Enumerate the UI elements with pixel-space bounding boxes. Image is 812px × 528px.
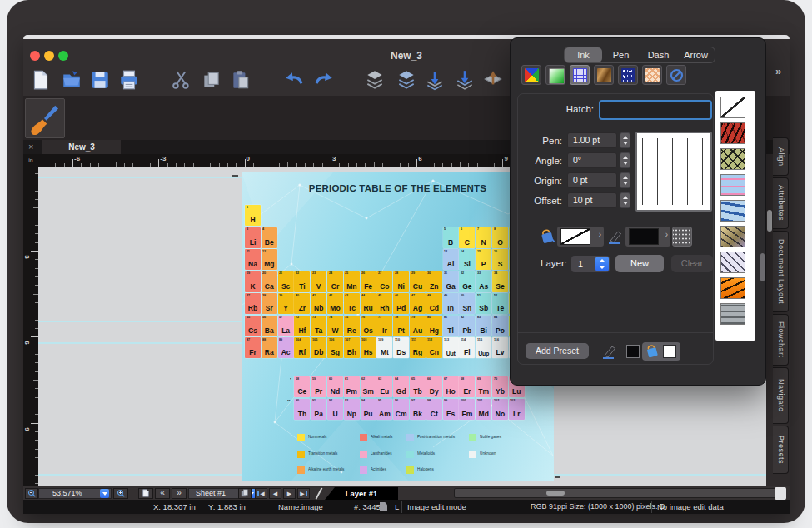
horizontal-scrollbar[interactable] xyxy=(454,488,783,498)
brush-tool-button[interactable] xyxy=(25,98,65,138)
fill-ink-swatch[interactable] xyxy=(560,228,590,245)
pattern-fill-button[interactable] xyxy=(618,65,638,85)
element-cell: 91Pa xyxy=(311,399,326,420)
preset-pen-swatch[interactable] xyxy=(626,345,640,358)
send-to-back-icon[interactable] xyxy=(453,68,476,92)
next-sheet-button[interactable]: » xyxy=(172,488,187,499)
no-ink-button[interactable] xyxy=(666,65,686,85)
cursor-x-readout: X: 18.307 in xyxy=(153,502,196,511)
angle-field[interactable]: 0° xyxy=(567,152,617,168)
print-icon[interactable] xyxy=(117,68,141,92)
divider xyxy=(401,501,402,513)
element-cell: 113Uut xyxy=(443,337,459,358)
inspector-tab-bar: Ink Pen Dash Arrow xyxy=(564,47,715,63)
side-tab-align[interactable]: Align xyxy=(773,137,789,176)
duplicate-layer-button[interactable] xyxy=(238,488,252,499)
hatch-pattern-swatch-gray-horizontal-lines[interactable] xyxy=(720,303,745,325)
side-tab-presets[interactable]: Presets xyxy=(773,426,789,474)
pen-width-field[interactable]: 1.00 pt xyxy=(567,132,617,148)
resize-corner[interactable] xyxy=(775,487,786,500)
weave-fill-button[interactable] xyxy=(642,65,662,85)
element-cell: 114Fl xyxy=(459,337,475,358)
hatch-pattern-swatch-black-diagonal-line[interactable] xyxy=(720,97,745,118)
layer-select[interactable]: 1 xyxy=(571,256,610,272)
copy-icon[interactable] xyxy=(200,68,223,92)
next-layer-button[interactable]: ▶ xyxy=(283,488,296,499)
clear-layer-button[interactable]: Clear xyxy=(671,255,713,272)
hatch-pattern-swatch-orange-black-lines[interactable] xyxy=(720,277,745,299)
cut-icon[interactable] xyxy=(170,68,193,92)
move-layer-icon[interactable] xyxy=(481,68,505,92)
layers-stack-alt-icon[interactable] xyxy=(395,68,418,92)
save-icon[interactable] xyxy=(88,68,112,92)
selection-handle[interactable] xyxy=(555,476,560,478)
close-tab-icon[interactable]: × xyxy=(28,140,33,154)
hatch-pattern-swatch-lavender-diagonal-hatch[interactable] xyxy=(720,252,745,273)
hatch-pattern-list[interactable] xyxy=(715,91,755,341)
document-tab[interactable]: New_3 xyxy=(42,140,121,154)
four-color-fill-button[interactable] xyxy=(521,65,541,85)
layer-tab[interactable]: Layer #1 xyxy=(325,487,398,500)
send-backward-icon[interactable] xyxy=(423,68,446,92)
hatch-pattern-swatch-blue-pink-stripes[interactable] xyxy=(720,174,745,196)
preset-fill-swatch[interactable] xyxy=(663,345,676,358)
element-cell: 40Zr xyxy=(294,293,310,314)
fill-ink-well[interactable]: › xyxy=(557,227,604,247)
offset-stepper[interactable] xyxy=(620,192,630,208)
element-cell: 75Re xyxy=(344,316,360,336)
zoom-in-button[interactable] xyxy=(113,488,128,499)
side-tab-attributes[interactable]: Attributes xyxy=(773,177,789,229)
previous-sheet-button[interactable]: « xyxy=(155,488,170,499)
angle-stepper[interactable] xyxy=(620,152,630,168)
first-layer-button[interactable]: ◀ xyxy=(255,488,267,499)
open-icon[interactable] xyxy=(60,68,83,92)
tab-ink[interactable]: Ink xyxy=(565,47,602,62)
hatch-pattern-swatch-olive-crosshatch[interactable] xyxy=(720,148,745,170)
add-preset-button[interactable]: Add Preset xyxy=(526,343,589,359)
hatch-pattern-swatch-red-black-strokes[interactable] xyxy=(720,122,745,144)
tab-arrow[interactable]: Arrow xyxy=(677,47,715,62)
element-cell: 13Al xyxy=(443,249,459,270)
pen-ink-swatch[interactable] xyxy=(629,228,659,245)
hatch-pattern-swatch-tan-black-diagonal[interactable] xyxy=(720,226,745,247)
gradient-fill-button[interactable] xyxy=(545,65,565,85)
offset-field[interactable]: 10 pt xyxy=(567,192,617,208)
layer-stepper[interactable] xyxy=(595,257,609,271)
previous-layer-button[interactable]: ◀ xyxy=(269,488,281,499)
periodic-table-title: PERIODIC TABLE OF THE ELEMENTS xyxy=(242,183,554,193)
pen-ink-well[interactable]: › xyxy=(625,227,670,247)
hatch-fill-button[interactable] xyxy=(570,65,590,85)
toolbar-overflow-icon[interactable]: » xyxy=(775,65,781,77)
tab-pen[interactable]: Pen xyxy=(602,47,640,62)
layers-stack-icon[interactable] xyxy=(363,68,386,92)
undo-icon[interactable] xyxy=(282,68,306,92)
hatch-name-input[interactable] xyxy=(599,100,712,120)
zoom-dropdown-button[interactable] xyxy=(100,489,109,498)
zoom-out-button[interactable] xyxy=(25,488,38,499)
new-document-icon[interactable] xyxy=(29,68,52,92)
paste-icon[interactable] xyxy=(229,68,252,92)
periodic-table[interactable]: PERIODIC TABLE OF THE ELEMENTS 1H2He3Li4… xyxy=(242,172,554,481)
element-cell: 33As xyxy=(476,271,491,292)
pen-width-stepper[interactable] xyxy=(620,132,630,148)
hatch-pattern-swatch-blue-diagonal-stripes[interactable] xyxy=(720,200,745,222)
side-tab-document-layout[interactable]: Document Layout xyxy=(773,231,789,312)
redo-icon[interactable] xyxy=(312,68,336,92)
origin-field[interactable]: 0 pt xyxy=(567,172,617,188)
zoom-level-value: 53.571% xyxy=(52,489,82,497)
horizontal-scrollbar-thumb[interactable] xyxy=(546,491,565,496)
pattern-list-scrollbar-thumb[interactable] xyxy=(760,253,765,281)
pattern-picker-button[interactable] xyxy=(672,227,692,247)
tab-dash[interactable]: Dash xyxy=(640,47,677,62)
new-sheet-button[interactable] xyxy=(138,488,153,499)
new-layer-button[interactable]: New xyxy=(615,255,664,272)
vertical-scrollbar-thumb[interactable] xyxy=(767,210,772,232)
side-tab-navigato[interactable]: Navigato xyxy=(773,367,789,424)
zoom-level-field[interactable]: 53.571% xyxy=(38,488,112,499)
side-tab-flowchart[interactable]: Flowchart xyxy=(773,314,789,366)
preset-fill-selected[interactable] xyxy=(642,342,680,361)
image-fill-button[interactable] xyxy=(594,65,614,85)
last-layer-button[interactable]: ▶ xyxy=(297,488,310,499)
selection-handle[interactable] xyxy=(232,175,238,177)
origin-stepper[interactable] xyxy=(620,172,630,188)
